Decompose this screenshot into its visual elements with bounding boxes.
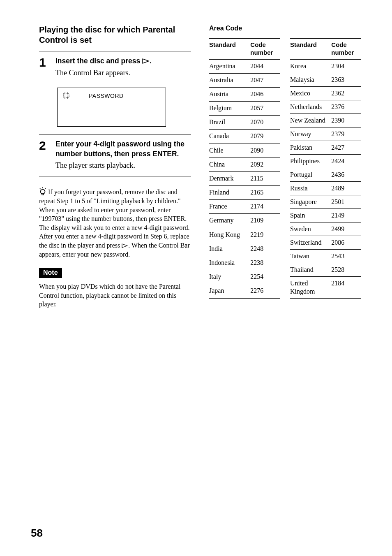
area-code-tables: Standard Code number Argentina2044Austra… (209, 38, 361, 299)
table-row: Argentina2044 (209, 59, 280, 73)
section-heading: Playing the disc for which Parental Cont… (39, 25, 191, 45)
table-row: Italy2254 (209, 270, 280, 284)
table-row: France2174 (209, 200, 280, 214)
cell-standard: Thailand (290, 263, 331, 276)
table-row: Netherlands2376 (290, 100, 361, 114)
table-row: Pakistan2427 (290, 141, 361, 154)
page-number: 58 (31, 527, 43, 540)
col-header-code: Code number (331, 38, 361, 59)
cell-code: 2092 (250, 158, 280, 171)
cell-standard: Australia (209, 73, 250, 87)
table-row: Singapore2501 (290, 195, 361, 208)
svg-marker-9 (122, 244, 127, 248)
svg-line-7 (45, 188, 46, 189)
table-row: Japan2276 (209, 284, 280, 298)
cell-standard: Netherlands (290, 100, 331, 114)
table-row: Portugal2436 (290, 168, 361, 181)
cell-code: 2489 (331, 181, 361, 195)
right-column: Area Code Standard Code number Argentina… (209, 25, 361, 309)
cell-code: 2115 (250, 171, 280, 185)
area-code-table-right: Standard Code number Korea2304Malaysia23… (290, 38, 361, 299)
svg-marker-0 (143, 59, 149, 63)
table-row: Russia2489 (290, 181, 361, 195)
cell-code: 2219 (250, 228, 280, 242)
cell-standard: Pakistan (290, 141, 331, 154)
cell-code: 2174 (250, 200, 280, 214)
cell-standard: Belgium (209, 102, 250, 116)
note-text: When you play DVDs which do not have the… (39, 282, 191, 309)
svg-rect-8 (42, 194, 44, 195)
cell-code: 2499 (331, 222, 361, 236)
cell-code: 2057 (250, 102, 280, 116)
cell-standard: Mexico (290, 86, 331, 100)
cell-standard: Finland (209, 186, 250, 200)
cell-standard: Austria (209, 87, 250, 101)
cell-standard: Brazil (209, 116, 250, 130)
cell-code: 2304 (331, 59, 361, 73)
table-row: Taiwan2543 (290, 249, 361, 263)
table-row: Malaysia2363 (290, 73, 361, 86)
area-code-title: Area Code (209, 25, 361, 32)
col-header-standard: Standard (290, 38, 331, 59)
table-row: Hong Kong2219 (209, 228, 280, 242)
cell-code: 2248 (250, 242, 280, 256)
cell-standard: France (209, 200, 250, 214)
password-blank-2 (83, 96, 85, 96)
cell-standard: New Zealand (290, 114, 331, 127)
step-2: 2 Enter your 4-digit password using the … (39, 134, 191, 176)
cell-standard: Russia (290, 181, 331, 195)
cell-code: 2238 (250, 256, 280, 270)
cell-code: 2436 (331, 168, 361, 181)
cell-standard: Korea (290, 59, 331, 73)
cell-standard: Philippines (290, 154, 331, 168)
table-row: Norway2379 (290, 127, 361, 141)
step-1: 1 Insert the disc and press . The Contro… (39, 51, 191, 83)
cursor-icon (63, 92, 72, 100)
table-row: Switzerland2086 (290, 236, 361, 249)
table-row: Chile2090 (209, 144, 280, 158)
cell-standard: Taiwan (290, 249, 331, 263)
cell-standard: Japan (209, 284, 250, 298)
cell-code: 2090 (250, 144, 280, 158)
cell-standard: Italy (209, 270, 250, 284)
step-number: 2 (39, 139, 50, 152)
tip-icon (39, 187, 46, 195)
cell-code: 2528 (331, 263, 361, 276)
step-instruction: Insert the disc and press . (55, 56, 191, 66)
svg-rect-1 (63, 93, 69, 97)
step-instruction-post: . (150, 57, 152, 65)
cell-code: 2362 (331, 86, 361, 100)
cell-code: 2254 (250, 270, 280, 284)
password-blank-1 (76, 96, 78, 96)
table-row: Germany2109 (209, 214, 280, 228)
table-row: China2092 (209, 158, 280, 171)
play-icon (142, 58, 150, 64)
cell-standard: United Kingdom (290, 276, 331, 298)
table-row: India2248 (209, 242, 280, 256)
cell-standard: Spain (290, 208, 331, 222)
table-row: Australia2047 (209, 73, 280, 87)
cell-code: 2070 (250, 116, 280, 130)
svg-point-4 (41, 190, 45, 194)
cell-standard: Singapore (290, 195, 331, 208)
cell-code: 2427 (331, 141, 361, 154)
table-row: United Kingdom2184 (290, 276, 361, 298)
table-row: Thailand2528 (290, 263, 361, 276)
cell-code: 2086 (331, 236, 361, 249)
table-row: New Zealand2390 (290, 114, 361, 127)
step-number: 1 (39, 56, 50, 69)
cell-code: 2184 (331, 276, 361, 298)
area-code-table-left: Standard Code number Argentina2044Austra… (209, 38, 280, 299)
table-row: Spain2149 (290, 208, 361, 222)
left-column: Playing the disc for which Parental Cont… (39, 25, 191, 309)
cell-standard: China (209, 158, 250, 171)
table-row: Philippines2424 (290, 154, 361, 168)
cell-code: 2376 (331, 100, 361, 114)
step-description: The player starts playback. (55, 160, 191, 170)
cell-code: 2363 (331, 73, 361, 86)
cell-standard: Indonesia (209, 256, 250, 270)
cell-code: 2543 (331, 249, 361, 263)
cell-code: 2424 (331, 154, 361, 168)
cell-code: 2109 (250, 214, 280, 228)
svg-line-6 (40, 188, 41, 189)
